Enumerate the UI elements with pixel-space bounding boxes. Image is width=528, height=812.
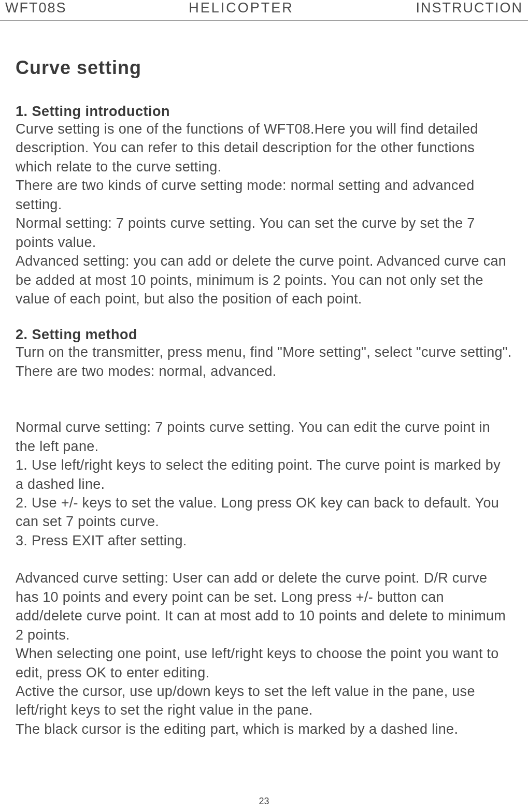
advanced-p4: The black cursor is the editing part, wh… xyxy=(16,720,512,738)
header-right: INSTRUCTION xyxy=(416,0,523,16)
section-1-p3: Normal setting: 7 points curve setting. … xyxy=(16,214,512,252)
page-title: Curve setting xyxy=(16,57,512,79)
advanced-p1: Advanced curve setting: User can add or … xyxy=(16,569,512,644)
page-content: Curve setting 1. Setting introduction Cu… xyxy=(0,21,528,738)
normal-p1: Normal curve setting: 7 points curve set… xyxy=(16,418,512,456)
normal-p2: 1. Use left/right keys to select the edi… xyxy=(16,456,512,494)
section-2-heading: 2. Setting method xyxy=(16,327,512,343)
section-2-p2: There are two modes: normal, advanced. xyxy=(16,362,512,381)
normal-p3: 2. Use +/- keys to set the value. Long p… xyxy=(16,494,512,531)
advanced-p2: When selecting one point, use left/right… xyxy=(16,644,512,682)
header-left: WFT08S xyxy=(5,0,67,16)
section-1-p4: Advanced setting: you can add or delete … xyxy=(16,252,512,308)
page-header: WFT08S HELICOPTER INSTRUCTION xyxy=(0,0,528,21)
normal-p4: 3. Press EXIT after setting. xyxy=(16,531,512,550)
page-number: 23 xyxy=(259,796,269,807)
section-1-p2: There are two kinds of curve setting mod… xyxy=(16,176,512,214)
section-1-heading: 1. Setting introduction xyxy=(16,104,512,120)
header-center: HELICOPTER xyxy=(189,0,294,16)
advanced-p3: Active the cursor, use up/down keys to s… xyxy=(16,682,512,720)
section-1-p1: Curve setting is one of the functions of… xyxy=(16,120,512,176)
section-2-p1: Turn on the transmitter, press menu, fin… xyxy=(16,343,512,361)
